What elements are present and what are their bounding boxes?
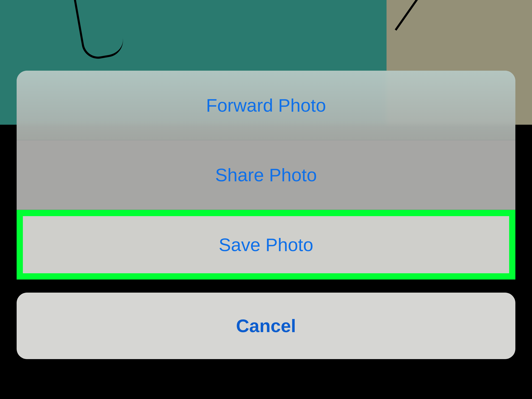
save-photo-button[interactable]: Save Photo bbox=[17, 210, 515, 279]
forward-photo-button[interactable]: Forward Photo bbox=[17, 71, 515, 140]
action-sheet: Forward Photo Share Photo Save Photo bbox=[17, 71, 515, 279]
forward-photo-label: Forward Photo bbox=[206, 95, 326, 116]
share-photo-button[interactable]: Share Photo bbox=[17, 140, 515, 210]
share-photo-label: Share Photo bbox=[215, 164, 317, 186]
save-photo-label: Save Photo bbox=[219, 234, 313, 255]
cancel-button[interactable]: Cancel bbox=[17, 293, 515, 359]
cancel-label: Cancel bbox=[236, 315, 296, 336]
